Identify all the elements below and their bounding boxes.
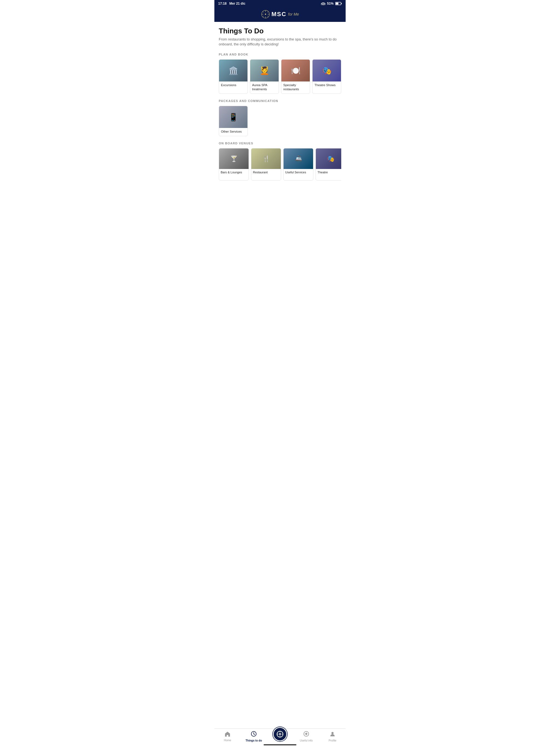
specialty-restaurants-label: Specialty restaurants [281,81,310,94]
nav-profile-label: Profile [329,739,336,742]
useful-services-label: Useful Services [284,169,313,176]
app-logo: MSC for Me [261,10,299,19]
app-header: MSC for Me [214,7,346,22]
aurea-spa-image: 💆 [250,60,279,81]
theatre-shows-image: 🎭 [312,60,341,81]
nav-home[interactable]: Home [214,731,240,742]
card-bars-lounges[interactable]: 🍸 Bars & Lounges [219,148,249,180]
status-time: 17:18 [218,2,227,5]
card-useful-services[interactable]: 🚢 Useful Services [283,148,313,180]
card-restaurant[interactable]: 🍴 Restaurant [251,148,281,180]
svg-line-11 [267,11,269,12]
svg-line-12 [262,16,264,17]
msc-emblem [261,10,270,19]
plan-book-grid: 🏛️ Excursions 💆 Aurea SPA treatments 🍽️ … [219,59,341,94]
aurea-spa-label: Aurea SPA treatments [250,81,279,94]
nav-useful-info[interactable]: Useful info [293,731,320,742]
other-services-image: 📱 [219,106,248,128]
svg-line-10 [267,16,269,17]
nav-useful-label: Useful info [300,739,312,742]
restaurant-label: Restaurant [251,169,281,176]
clock-icon [251,731,257,738]
card-aurea-spa[interactable]: 💆 Aurea SPA treatments [250,59,279,94]
status-bar: 17:18 Mer 21 dic 51% [214,0,346,7]
card-other-services[interactable]: 📱 Other Services [219,106,248,136]
nav-center-area [267,732,293,741]
section-plan-book-title: PLAN AND BOOK [219,53,341,56]
packages-grid: 📱 Other Services [219,106,341,136]
svg-marker-21 [305,732,308,736]
page-title: Things To Do [219,27,341,35]
nav-things-label: Things to do [246,739,262,742]
profile-icon [330,731,335,738]
card-theatre-shows[interactable]: 🎭 Theatre Shows [312,59,341,94]
bars-lounges-image: 🍸 [219,149,249,169]
specialty-restaurants-image: 🍽️ [281,60,310,81]
nav-things-to-do[interactable]: Things to do [240,731,267,742]
excursions-label: Excursions [219,81,248,89]
other-services-label: Other Services [219,128,248,136]
useful-services-image: 🚢 [284,149,313,169]
battery-icon [335,2,342,5]
card-specialty-restaurants[interactable]: 🍽️ Specialty restaurants [281,59,310,94]
svg-point-22 [331,732,334,734]
svg-rect-1 [336,3,338,5]
status-date: Mer 21 dic [229,2,246,5]
card-excursions[interactable]: 🏛️ Excursions [219,59,248,94]
battery-percent: 51% [327,2,334,5]
svg-point-4 [265,14,266,15]
excursions-image: 🏛️ [219,60,248,81]
compass-icon [276,730,284,738]
theatre-label: Theatre [316,169,341,176]
logo-msc-text: MSC [272,11,286,18]
status-time-date: 17:18 Mer 21 dic [218,2,245,5]
section-packages-title: PACKAGES AND COMMUNICATION [219,99,341,103]
section-onboard-title: ON BOARD VENUES [219,141,341,145]
bars-lounges-label: Bars & Lounges [219,169,249,176]
home-icon [225,731,230,738]
logo-sub-text: for Me [288,12,299,17]
svg-line-9 [262,11,264,12]
theatre-shows-label: Theatre Shows [312,81,341,89]
svg-rect-2 [341,3,342,4]
nav-home-label: Home [224,739,231,742]
page-subtitle: From restaurants to shopping, excursions… [219,37,341,47]
main-content: Things To Do From restaurants to shoppin… [214,22,346,215]
wifi-icon [321,2,325,5]
onboard-venues-row: 🍸 Bars & Lounges 🍴 Restaurant 🚢 Useful S… [219,148,341,182]
nav-profile[interactable]: Profile [320,731,346,742]
card-theatre[interactable]: 🎭 Theatre [315,148,341,180]
restaurant-image: 🍴 [251,149,281,169]
home-indicator [263,744,297,745]
nav-center-button[interactable] [273,727,287,741]
theatre-image: 🎭 [316,149,341,169]
svg-point-15 [279,733,281,735]
status-indicators: 51% [321,2,342,5]
compass-nav-icon [303,731,309,738]
